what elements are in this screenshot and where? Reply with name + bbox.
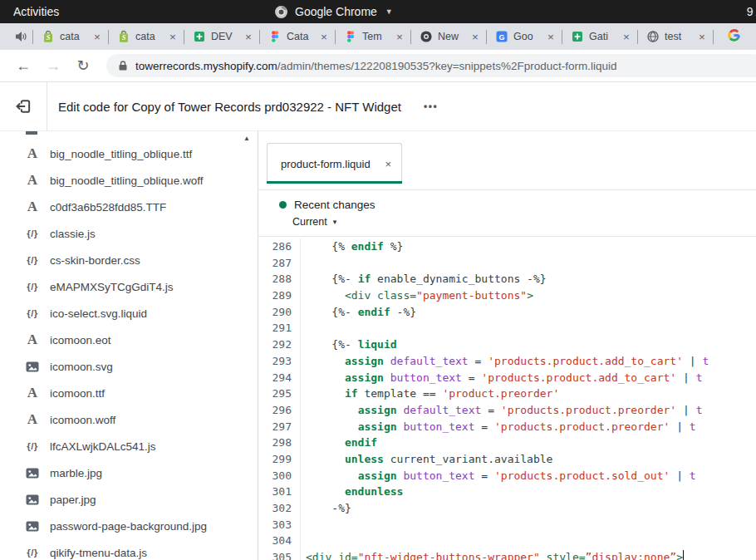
file-list-item[interactable]: {/} cs-skin-border.css xyxy=(0,247,258,273)
code-line[interactable]: 298 endif xyxy=(258,435,756,451)
tab-label: Gati xyxy=(589,31,616,42)
file-list-item[interactable]: {/} lfcAXLwjkDALc541.js xyxy=(0,433,258,459)
browser-tab[interactable]: New × xyxy=(414,23,484,50)
exit-code-editor-button[interactable] xyxy=(0,82,47,130)
file-list-item[interactable]: A icomoon.woff xyxy=(0,406,258,433)
file-list-item[interactable]: marble.jpg xyxy=(0,459,258,486)
line-number: 286 xyxy=(258,238,301,255)
code-line[interactable]: 291 xyxy=(258,320,756,336)
browser-tab[interactable]: S cata × xyxy=(36,23,106,50)
code-line[interactable]: 299 unless current_variant.available xyxy=(258,451,756,468)
code-line[interactable]: 296 assign default_text = 'products.prod… xyxy=(258,402,756,419)
font-file-icon: A xyxy=(22,332,42,348)
font-file-icon: A xyxy=(22,411,42,428)
tab-close-button[interactable]: × xyxy=(168,31,178,43)
code-line[interactable]: 294 assign button_text = 'products.produ… xyxy=(258,370,756,386)
tab-close-button[interactable]: × xyxy=(697,31,707,43)
file-name: c0df3a6b528fdd85.TTF xyxy=(50,201,166,214)
activities-button[interactable]: Activities xyxy=(8,3,64,20)
tab-close-button[interactable]: × xyxy=(395,31,405,43)
file-list-item[interactable]: A big_noodle_titling_oblique.ttf xyxy=(0,140,258,167)
file-list-item[interactable]: icomoon.svg xyxy=(0,353,258,380)
browser-tab[interactable]: test × xyxy=(641,23,710,50)
code-line[interactable]: 300 assign button_text = 'products.produ… xyxy=(258,468,756,484)
file-list-item[interactable]: paper.jpg xyxy=(0,486,258,513)
line-number: 298 xyxy=(258,435,301,451)
browser-tab-partial[interactable] xyxy=(716,23,741,50)
code-line[interactable]: 286 {% endif %} xyxy=(258,238,756,255)
figma-icon xyxy=(268,30,282,43)
file-list-item[interactable]: A big_noodle_titling_oblique.woff xyxy=(0,167,258,194)
code-line[interactable]: 303 xyxy=(258,517,756,533)
browser-tab[interactable]: G Goo × xyxy=(489,23,559,50)
code-line[interactable]: 304 xyxy=(258,533,756,549)
file-list-item[interactable]: {/} qikify-tmenu-data.js xyxy=(0,539,258,560)
tab-close-button[interactable]: × xyxy=(243,31,253,43)
line-number: 296 xyxy=(258,402,301,419)
line-number: 303 xyxy=(258,517,301,533)
tab-close-button[interactable]: × xyxy=(319,31,329,43)
file-sidebar: A big_noodle_titling_oblique.ttf A big_n… xyxy=(0,131,258,560)
code-line[interactable]: 293 assign default_text = 'products.prod… xyxy=(258,353,756,370)
file-list-item[interactable]: A icomoon.ttf xyxy=(0,380,258,406)
code-line[interactable]: 290 {%- endif -%} xyxy=(258,304,756,321)
chrome-dark-icon xyxy=(420,30,433,43)
editor-file-tab[interactable]: product-form.liquid × xyxy=(267,143,402,184)
editor-tab-close-button[interactable]: × xyxy=(385,158,391,170)
code-file-icon: {/} xyxy=(22,441,42,451)
code-line[interactable]: 287 xyxy=(258,255,756,272)
address-bar[interactable]: towerrecords.myshopify.com/admin/themes/… xyxy=(106,54,756,77)
code-line-content: {% endif %} xyxy=(301,238,756,255)
browser-tab[interactable]: DEV × xyxy=(187,23,257,50)
tab-separator xyxy=(32,30,33,44)
more-menu-button[interactable]: ••• xyxy=(424,101,438,112)
line-number: 301 xyxy=(258,484,301,500)
tab-separator xyxy=(410,30,411,44)
forward-button[interactable]: → xyxy=(40,57,66,75)
browser-tab[interactable]: Cata × xyxy=(263,23,332,50)
code-line-content: -%} xyxy=(301,500,756,517)
code-line[interactable]: 297 assign button_text = 'products.produ… xyxy=(258,419,756,435)
clock[interactable]: 9 A xyxy=(747,5,756,18)
tab-close-button[interactable]: × xyxy=(621,31,631,43)
browser-tab[interactable]: S cata × xyxy=(111,23,181,50)
lock-icon[interactable] xyxy=(118,60,128,71)
file-list-item[interactable]: {/} ico-select.svg.liquid xyxy=(0,300,258,327)
svg-text:S: S xyxy=(47,33,51,42)
browser-tab-strip: S cata × S cata × DEV × Cata × Tem × New… xyxy=(0,23,756,50)
code-line[interactable]: 305 <div id="nft-widget-buttons-wrapper"… xyxy=(258,549,756,560)
reload-button[interactable]: ↻ xyxy=(70,56,96,75)
tab-close-button[interactable]: × xyxy=(470,31,480,43)
back-button[interactable]: ← xyxy=(10,57,37,75)
svg-text:S: S xyxy=(122,33,126,42)
code-line[interactable]: 292 {%- liquid xyxy=(258,336,756,353)
line-number: 300 xyxy=(258,468,301,484)
tab-close-button[interactable]: × xyxy=(92,31,102,43)
exit-icon xyxy=(14,97,32,115)
file-list-item[interactable]: A icomoon.eot xyxy=(0,327,258,353)
google-icon xyxy=(727,28,741,46)
code-line[interactable]: 302 -%} xyxy=(258,500,756,517)
browser-tab[interactable]: Tem × xyxy=(338,23,408,50)
file-list-item[interactable]: password-page-background.jpg xyxy=(0,513,258,539)
code-line[interactable]: 301 endunless xyxy=(258,484,756,500)
code-line[interactable]: 289 <div class="payment-buttons"> xyxy=(258,287,756,304)
code-line[interactable]: 288 {%- if enable_dynamic_buttons -%} xyxy=(258,271,756,287)
version-selector[interactable]: Current ▾ xyxy=(292,216,756,228)
audio-indicator-icon[interactable] xyxy=(12,31,30,42)
code-line-content xyxy=(301,255,756,272)
app-menu[interactable]: Google Chrome ▼ xyxy=(274,5,393,19)
app-menu-label: Google Chrome xyxy=(295,5,377,18)
image-file-icon xyxy=(22,494,42,505)
file-list-item[interactable]: {/} eMAPMXSyTCgGdiT4.js xyxy=(0,273,258,300)
browser-tab[interactable]: Gati × xyxy=(565,23,635,50)
line-number: 304 xyxy=(258,533,301,549)
tab-close-button[interactable]: × xyxy=(546,31,556,43)
scroll-up-arrow[interactable]: ▲ xyxy=(243,135,250,142)
svg-text:G: G xyxy=(498,33,504,42)
file-list-item[interactable]: A c0df3a6b528fdd85.TTF xyxy=(0,194,258,220)
code-line[interactable]: 295 if template == 'product.preorder' xyxy=(258,386,756,402)
file-list-item[interactable]: {/} classie.js xyxy=(0,220,258,247)
clipped-file-item xyxy=(26,131,37,135)
code-editor[interactable]: 286 {% endif %} 287 288 {%- if enable_dy… xyxy=(258,237,756,560)
